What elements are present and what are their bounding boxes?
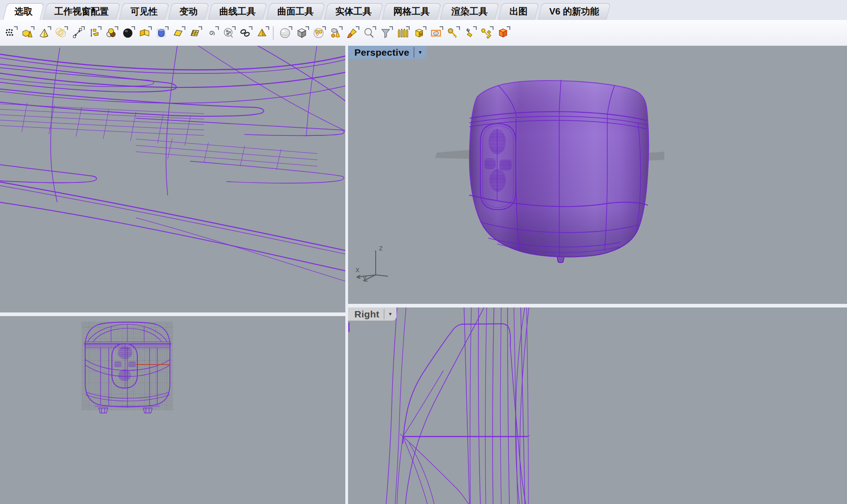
solids-icon[interactable] xyxy=(19,25,35,41)
wireframe-curves-drawing xyxy=(0,46,345,312)
pyramid-icon[interactable] xyxy=(253,25,270,41)
move-points-icon[interactable] xyxy=(69,25,86,41)
rhino-window: 选取 工作视窗配置 可见性 变动 曲线工具 曲面工具 实体工具 网格工具 渲染工… xyxy=(0,0,847,504)
axis-x-label: x xyxy=(355,265,359,274)
viewport-label-right[interactable]: Right ▼ xyxy=(348,307,397,321)
hook-tag-icon[interactable] xyxy=(461,25,478,41)
filter-funnel-icon[interactable] xyxy=(377,25,394,41)
chain-links-icon[interactable] xyxy=(237,25,253,41)
viewport-title: Right xyxy=(354,309,379,320)
hatch-circles-icon[interactable] xyxy=(52,25,69,41)
group-circle-icon[interactable] xyxy=(220,25,237,41)
texture-cube-icon[interactable] xyxy=(494,25,511,41)
tab-transform[interactable]: 变动 xyxy=(170,3,207,20)
sphere-gray-icon[interactable] xyxy=(276,25,293,41)
chevron-down-icon[interactable]: ▼ xyxy=(387,312,394,317)
paintbrush-icon[interactable] xyxy=(344,25,360,41)
tab-solid-tools[interactable]: 实体工具 xyxy=(326,3,381,20)
axis-z-label: z xyxy=(379,244,382,252)
viewport-title: Perspective xyxy=(354,47,409,58)
right-wireframe-drawing xyxy=(348,307,847,504)
toolbar-separator xyxy=(273,26,274,40)
fence-icon[interactable] xyxy=(394,25,411,41)
tab-visibility[interactable]: 可见性 xyxy=(121,3,167,20)
key-icon[interactable] xyxy=(444,25,461,41)
tab-viewport-config[interactable]: 工作视窗配置 xyxy=(45,3,118,20)
tab-select[interactable]: 选取 xyxy=(5,3,42,20)
viewport-label-perspective[interactable]: Perspective ▼ xyxy=(348,46,426,59)
cone-icon[interactable] xyxy=(35,25,52,41)
drip-cube-icon[interactable] xyxy=(327,25,344,41)
shaded-cooker-drawing: z x y xyxy=(348,46,847,304)
u-box-icon[interactable] xyxy=(411,25,427,41)
tab-layout[interactable]: 出图 xyxy=(500,3,537,20)
toolbar-tab-bar: 选取 工作视窗配置 可见性 变动 曲线工具 曲面工具 实体工具 网格工具 渲染工… xyxy=(0,0,847,20)
viewport-bottom-left[interactable] xyxy=(0,316,345,504)
label-divider xyxy=(414,47,414,58)
tab-mesh-tools[interactable]: 网格工具 xyxy=(384,3,439,20)
key-pair-icon[interactable] xyxy=(478,25,494,41)
viewport-right[interactable]: Right ▼ xyxy=(348,307,847,504)
magnifier-icon[interactable] xyxy=(360,25,377,41)
dimension-icon[interactable] xyxy=(86,25,102,41)
tab-render-tools[interactable]: 渲染工具 xyxy=(442,3,497,20)
selection-dots-icon[interactable] xyxy=(2,25,19,41)
front-wireframe-drawing xyxy=(0,316,345,504)
sphere-black-icon[interactable] xyxy=(119,25,136,41)
viewport-perspective[interactable]: Perspective ▼ xyxy=(348,46,847,304)
viewport-top-left[interactable] xyxy=(0,46,345,312)
tab-v6-features[interactable]: V6 的新功能 xyxy=(540,3,609,20)
axis-y-label: y xyxy=(363,273,367,281)
box-edit-icon[interactable] xyxy=(427,25,444,41)
tab-surface-tools[interactable]: 曲面工具 xyxy=(268,3,323,20)
primitives-circle-icon[interactable] xyxy=(310,25,327,41)
cube-gray-icon[interactable] xyxy=(293,25,310,41)
surface-corner-icon[interactable] xyxy=(136,25,153,41)
extrude-blue-icon[interactable] xyxy=(153,25,169,41)
spiral-icon[interactable] xyxy=(203,25,220,41)
main-toolbar xyxy=(0,20,847,46)
patch-surface-icon[interactable] xyxy=(169,25,186,41)
label-divider xyxy=(384,309,384,319)
color-wheel-icon[interactable] xyxy=(102,25,119,41)
chevron-down-icon[interactable]: ▼ xyxy=(416,50,424,55)
grid-surface-icon[interactable] xyxy=(186,25,203,41)
tab-curve-tools[interactable]: 曲线工具 xyxy=(210,3,265,20)
